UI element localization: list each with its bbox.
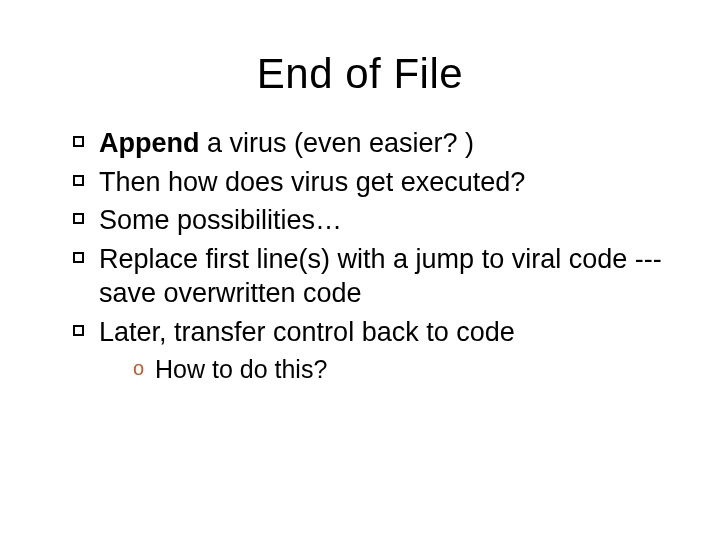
bullet-list: Append a virus (even easier? ) Then how …	[55, 126, 665, 386]
bullet-text: a virus (even easier? )	[200, 128, 475, 158]
list-item: Later, transfer control back to code How…	[73, 315, 665, 386]
list-item: Then how does virus get executed?	[73, 165, 665, 200]
sub-list-item: How to do this?	[133, 353, 665, 386]
bullet-lead: Append	[99, 128, 200, 158]
list-item: Replace first line(s) with a jump to vir…	[73, 242, 665, 311]
sub-bullet-text: How to do this?	[155, 355, 327, 383]
slide: End of File Append a virus (even easier?…	[0, 0, 720, 540]
bullet-text: Some possibilities…	[99, 205, 342, 235]
bullet-text: Later, transfer control back to code	[99, 317, 515, 347]
sub-bullet-list: How to do this?	[99, 353, 665, 386]
list-item: Some possibilities…	[73, 203, 665, 238]
bullet-text: Replace first line(s) with a jump to vir…	[99, 244, 662, 309]
bullet-text: Then how does virus get executed?	[99, 167, 525, 197]
slide-title: End of File	[55, 50, 665, 98]
list-item: Append a virus (even easier? )	[73, 126, 665, 161]
